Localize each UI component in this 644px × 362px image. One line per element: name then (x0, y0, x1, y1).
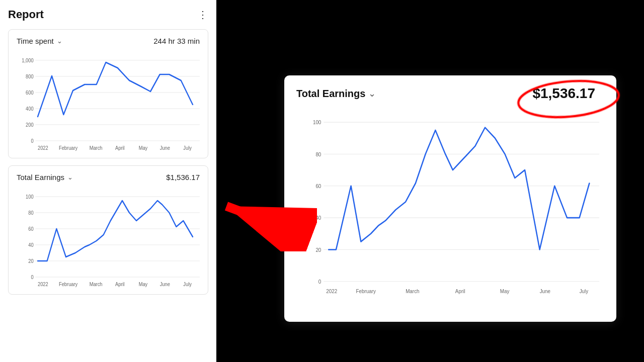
expanded-value-wrap: $1,536.17 (523, 85, 604, 102)
svg-text:February: February (59, 145, 77, 151)
svg-text:March: March (90, 145, 103, 151)
time-spent-label-wrap: Time spent ⌄ (17, 37, 62, 45)
svg-text:20: 20 (28, 258, 33, 264)
time-spent-card: Time spent ⌄ 244 hr 33 min 1,000 800 600… (8, 29, 208, 158)
total-earnings-chart: 100 80 60 40 20 0 2022 February March Ap… (17, 187, 200, 287)
expanded-label-wrap: Total Earnings ⌄ (296, 88, 376, 100)
expanded-chevron[interactable]: ⌄ (368, 88, 376, 99)
svg-text:80: 80 (315, 151, 321, 157)
svg-text:0: 0 (31, 275, 33, 280)
total-earnings-card: Total Earnings ⌄ $1,536.17 100 80 60 40 … (8, 165, 208, 295)
total-earnings-chevron[interactable]: ⌄ (67, 173, 73, 181)
svg-text:2022: 2022 (326, 289, 337, 294)
svg-text:60: 60 (315, 184, 321, 189)
time-spent-chart: 1,000 800 600 400 200 0 2022 February Ma… (17, 50, 200, 151)
svg-text:100: 100 (313, 120, 321, 125)
svg-text:400: 400 (26, 106, 34, 112)
svg-text:May: May (139, 282, 148, 287)
svg-text:February: February (59, 282, 77, 287)
svg-text:June: June (540, 289, 551, 294)
svg-text:May: May (139, 145, 148, 151)
panel-header: Report ⋮ (8, 8, 208, 21)
svg-text:June: June (160, 145, 170, 151)
svg-text:July: July (183, 145, 192, 151)
svg-text:March: March (406, 289, 420, 294)
time-spent-card-header: Time spent ⌄ 244 hr 33 min (17, 37, 200, 45)
svg-text:80: 80 (28, 210, 33, 216)
left-panel: Report ⋮ Time spent ⌄ 244 hr 33 min 1,00… (0, 0, 216, 362)
svg-text:2022: 2022 (38, 282, 48, 287)
svg-text:February: February (356, 289, 376, 294)
svg-text:June: June (160, 282, 170, 287)
svg-text:0: 0 (318, 279, 321, 285)
svg-text:600: 600 (26, 90, 34, 96)
expanded-card-header: Total Earnings ⌄ $1,536.17 (296, 85, 604, 102)
time-spent-chevron[interactable]: ⌄ (57, 37, 62, 45)
total-earnings-label-wrap: Total Earnings ⌄ (17, 173, 73, 182)
total-earnings-label: Total Earnings (17, 173, 64, 182)
arrow-annotation (216, 191, 317, 251)
total-earnings-value: $1,536.17 (166, 173, 200, 182)
svg-text:200: 200 (26, 122, 34, 128)
expanded-card-value: $1,536.17 (523, 81, 604, 105)
expanded-chart-area: 100 80 60 40 20 0 2022 February March Ap… (296, 112, 604, 303)
svg-text:March: March (90, 282, 103, 287)
svg-text:0: 0 (31, 138, 33, 144)
svg-text:April: April (455, 289, 465, 294)
total-earnings-card-header: Total Earnings ⌄ $1,536.17 (17, 173, 200, 182)
time-spent-value: 244 hr 33 min (153, 37, 200, 45)
svg-text:April: April (115, 145, 125, 151)
svg-text:800: 800 (26, 74, 34, 79)
expanded-earnings-card: Total Earnings ⌄ $1,536.17 100 80 60 40 … (284, 75, 616, 322)
svg-text:May: May (500, 289, 510, 294)
svg-text:2022: 2022 (38, 145, 48, 151)
svg-text:60: 60 (28, 226, 33, 232)
panel-title: Report (8, 8, 44, 21)
svg-text:July: July (580, 289, 589, 294)
svg-text:40: 40 (28, 242, 33, 248)
svg-text:April: April (115, 282, 125, 287)
expanded-card-label: Total Earnings (296, 88, 365, 100)
svg-text:July: July (183, 282, 192, 287)
svg-text:100: 100 (26, 194, 34, 200)
more-icon[interactable]: ⋮ (198, 9, 208, 21)
svg-text:1,000: 1,000 (22, 58, 33, 63)
time-spent-label: Time spent (17, 37, 54, 45)
